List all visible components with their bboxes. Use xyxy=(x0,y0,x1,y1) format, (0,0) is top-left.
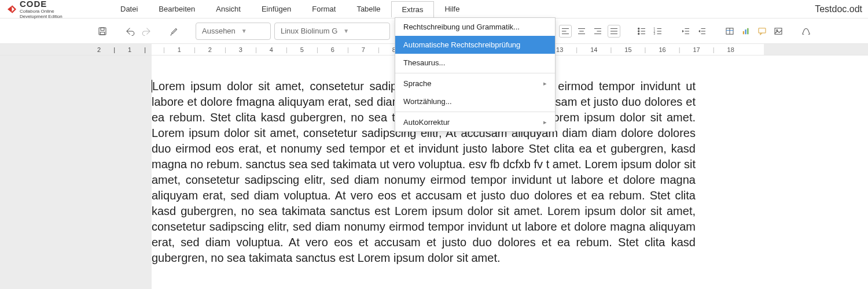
menu-separator xyxy=(395,112,555,112)
indent-decrease-button[interactable] xyxy=(696,25,708,38)
svg-rect-1 xyxy=(101,28,104,31)
ruler-tick: | xyxy=(163,46,165,53)
redo-icon xyxy=(141,26,152,36)
menu-extras[interactable]: Extras xyxy=(391,1,435,17)
ruler-tick: | xyxy=(225,46,226,53)
insert-chart-button[interactable] xyxy=(740,25,752,38)
chart-icon xyxy=(741,26,751,36)
align-justify-icon xyxy=(609,26,619,36)
ruler-tick: | xyxy=(317,46,318,53)
svg-rect-39 xyxy=(759,28,766,32)
ruler-mark: 4 xyxy=(270,46,273,53)
paintbrush-icon xyxy=(169,26,179,36)
insert-special-char-button[interactable] xyxy=(800,25,812,38)
bullet-list-icon xyxy=(637,26,647,36)
logo-sub1: Collabora Online xyxy=(20,9,62,14)
app-logo: CODE Collabora Online Development Editio… xyxy=(6,0,87,19)
ruler-tick: | xyxy=(113,46,115,53)
insert-comment-button[interactable] xyxy=(756,25,768,38)
bullet-list-button[interactable] xyxy=(635,25,648,38)
menu-spelling-label: Rechtschreibung und Grammatik... xyxy=(403,23,520,31)
save-button[interactable] xyxy=(96,25,109,38)
menu-wordcount[interactable]: Wortzählung... xyxy=(395,92,555,110)
ruler-tick: | xyxy=(378,46,380,53)
svg-rect-38 xyxy=(747,28,748,34)
svg-point-16 xyxy=(638,30,639,31)
ruler-mark: 2 xyxy=(208,46,212,53)
redo-button[interactable] xyxy=(140,25,153,38)
ruler-tick: | xyxy=(645,46,646,53)
ruler-mark: 16 xyxy=(659,46,665,53)
document-title: Testdoc.odt xyxy=(815,4,862,14)
submenu-arrow-icon: ▸ xyxy=(543,80,547,87)
menu-format[interactable]: Format xyxy=(301,1,346,17)
menu-edit[interactable]: Bearbeiten xyxy=(148,1,205,17)
ruler-tick: | xyxy=(347,46,349,53)
svg-rect-2 xyxy=(100,32,105,35)
menu-language[interactable]: Sprache▸ xyxy=(395,75,555,92)
undo-icon xyxy=(125,26,135,36)
menu-table[interactable]: Tabelle xyxy=(346,1,391,17)
align-right-icon xyxy=(593,26,603,36)
font-family-select[interactable]: Linux Biolinum G ▼ xyxy=(274,23,390,40)
svg-point-15 xyxy=(638,28,639,29)
svg-rect-37 xyxy=(745,29,746,34)
ruler-tick: | xyxy=(286,46,288,53)
save-icon xyxy=(97,26,108,36)
extras-dropdown: Rechtschreibung und Grammatik... Automat… xyxy=(395,17,556,132)
ruler-mark: 1 xyxy=(128,46,131,53)
ruler-mark: 14 xyxy=(590,46,597,53)
ruler-mark: 7 xyxy=(362,46,365,53)
menu-autocorrect[interactable]: AutoKorrektur▸ xyxy=(395,113,555,131)
menu-auto-spellcheck[interactable]: Automatische Rechtschreibprüfung xyxy=(395,36,555,54)
indent-increase-icon xyxy=(681,26,691,36)
ruler-mark: 15 xyxy=(624,46,631,53)
svg-text:3: 3 xyxy=(654,32,656,35)
align-center-icon xyxy=(576,26,587,36)
insert-table-button[interactable] xyxy=(723,25,736,38)
number-list-icon: 123 xyxy=(653,26,663,36)
image-icon xyxy=(773,26,784,36)
paragraph-style-select[interactable]: Aussehen ▼ xyxy=(196,23,271,40)
ruler-mark: 2 xyxy=(97,46,101,53)
menu-view[interactable]: Ansicht xyxy=(205,1,251,17)
menu-insert[interactable]: Einfügen xyxy=(251,1,301,17)
menu-thesaurus[interactable]: Thesaurus... xyxy=(395,54,555,72)
ruler-tick: | xyxy=(713,46,715,53)
number-list-button[interactable]: 123 xyxy=(652,25,664,38)
chevron-down-icon: ▼ xyxy=(241,28,247,34)
ruler-tick: | xyxy=(194,46,196,53)
align-center-button[interactable] xyxy=(575,25,588,38)
ruler-tick: | xyxy=(576,46,578,53)
align-justify-button[interactable] xyxy=(608,25,620,38)
ruler-tick: | xyxy=(679,46,681,53)
ruler-negative: 2 | 1 | xyxy=(0,44,152,55)
undo-button[interactable] xyxy=(124,25,137,38)
paragraph-style-value: Aussehen xyxy=(202,27,236,35)
ruler-tick: | xyxy=(255,46,257,53)
chevron-down-icon: ▼ xyxy=(343,28,349,34)
left-gutter xyxy=(0,55,152,289)
menu-help[interactable]: Hilfe xyxy=(434,1,470,17)
indent-increase-button[interactable] xyxy=(679,25,692,38)
align-left-button[interactable] xyxy=(559,25,572,38)
align-right-button[interactable] xyxy=(591,25,604,38)
indent-decrease-icon xyxy=(697,26,707,36)
svg-point-41 xyxy=(777,29,778,31)
ruler-mark: 3 xyxy=(239,46,242,53)
svg-point-17 xyxy=(638,33,639,34)
format-paintbrush-button[interactable] xyxy=(168,25,181,38)
comment-icon xyxy=(757,26,767,36)
insert-image-button[interactable] xyxy=(772,25,785,38)
menu-wordcount-label: Wortzählung... xyxy=(403,97,452,106)
ruler-tick: | xyxy=(610,46,612,53)
menu-file[interactable]: Datei xyxy=(110,1,148,17)
ruler-mark: 17 xyxy=(693,46,700,53)
logo-icon xyxy=(6,4,16,14)
menu-autocorrect-label: AutoKorrektur xyxy=(403,118,450,127)
menu-thesaurus-label: Thesaurus... xyxy=(403,58,445,67)
ruler-mark: 1 xyxy=(178,46,181,53)
ruler-mark: 5 xyxy=(300,46,304,53)
menu-spelling[interactable]: Rechtschreibung und Grammatik... xyxy=(395,18,555,36)
menu-language-label: Sprache xyxy=(403,79,431,88)
